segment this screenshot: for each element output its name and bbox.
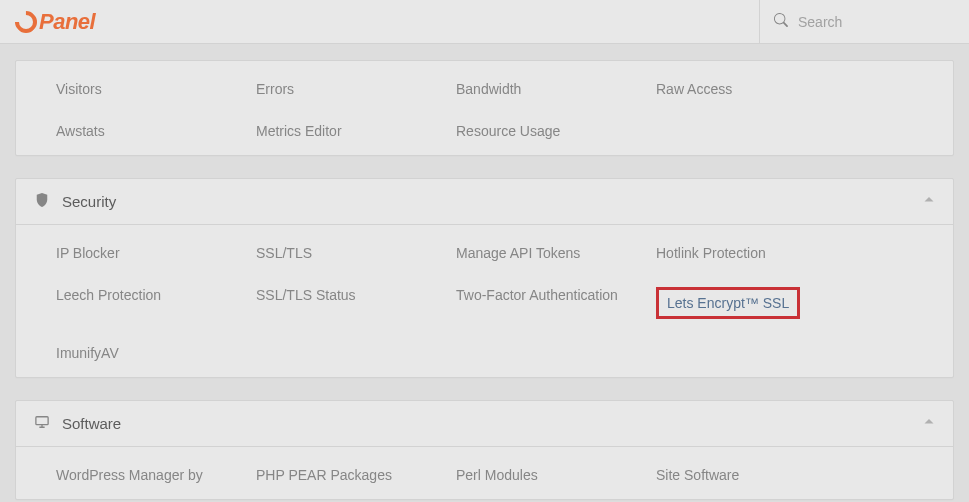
item-imunifyav[interactable]: ImunifyAV <box>56 345 256 361</box>
content: Visitors Errors Bandwidth Raw Access Aws… <box>0 60 969 500</box>
panel-security: Security IP Blocker SSL/TLS Manage API T… <box>15 178 954 378</box>
monitor-icon <box>34 415 50 432</box>
panel-metrics: Visitors Errors Bandwidth Raw Access Aws… <box>15 60 954 156</box>
panel-body-security: IP Blocker SSL/TLS Manage API Tokens Hot… <box>16 225 953 377</box>
shield-icon <box>34 193 50 210</box>
chevron-up-icon[interactable] <box>923 416 935 431</box>
logo-text: Panel <box>39 9 95 35</box>
item-wordpress-manager[interactable]: WordPress Manager by <box>56 467 256 483</box>
metrics-grid: Visitors Errors Bandwidth Raw Access Aws… <box>56 81 935 139</box>
item-php-pear[interactable]: PHP PEAR Packages <box>256 467 456 483</box>
panel-software: Software WordPress Manager by PHP PEAR P… <box>15 400 954 500</box>
logo-icon <box>10 6 41 37</box>
panel-title-security: Security <box>62 193 116 210</box>
item-perl-modules[interactable]: Perl Modules <box>456 467 656 483</box>
item-ip-blocker[interactable]: IP Blocker <box>56 245 256 261</box>
item-errors[interactable]: Errors <box>256 81 456 97</box>
search-input[interactable] <box>798 14 959 30</box>
panel-header-software[interactable]: Software <box>16 401 953 447</box>
item-visitors[interactable]: Visitors <box>56 81 256 97</box>
item-lets-encrypt[interactable]: Lets Encrypt™ SSL <box>656 287 800 319</box>
topbar: Panel <box>0 0 969 44</box>
search-icon <box>774 13 788 30</box>
item-site-software[interactable]: Site Software <box>656 467 856 483</box>
svg-rect-0 <box>36 417 48 425</box>
panel-title-software: Software <box>62 415 121 432</box>
chevron-up-icon[interactable] <box>923 194 935 209</box>
panel-body-metrics: Visitors Errors Bandwidth Raw Access Aws… <box>16 61 953 155</box>
software-grid: WordPress Manager by PHP PEAR Packages P… <box>56 467 935 483</box>
item-manage-api-tokens[interactable]: Manage API Tokens <box>456 245 656 261</box>
item-two-factor-auth[interactable]: Two-Factor Authentication <box>456 287 656 319</box>
logo[interactable]: Panel <box>15 9 95 35</box>
security-grid: IP Blocker SSL/TLS Manage API Tokens Hot… <box>56 245 935 361</box>
item-awstats[interactable]: Awstats <box>56 123 256 139</box>
item-ssl-tls[interactable]: SSL/TLS <box>256 245 456 261</box>
item-ssl-tls-status[interactable]: SSL/TLS Status <box>256 287 456 319</box>
item-hotlink-protection[interactable]: Hotlink Protection <box>656 245 856 261</box>
panel-header-security[interactable]: Security <box>16 179 953 225</box>
item-bandwidth[interactable]: Bandwidth <box>456 81 656 97</box>
item-raw-access[interactable]: Raw Access <box>656 81 856 97</box>
search-container <box>759 0 969 43</box>
item-resource-usage[interactable]: Resource Usage <box>456 123 656 139</box>
item-leech-protection[interactable]: Leech Protection <box>56 287 256 319</box>
item-metrics-editor[interactable]: Metrics Editor <box>256 123 456 139</box>
panel-body-software: WordPress Manager by PHP PEAR Packages P… <box>16 447 953 499</box>
